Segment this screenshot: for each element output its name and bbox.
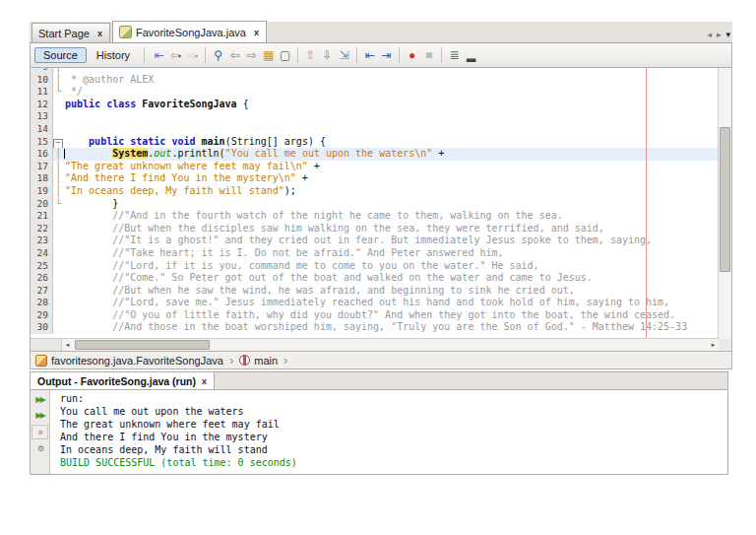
close-icon[interactable]: x [97,29,102,38]
line-number[interactable]: 12 [31,99,53,111]
code-line-text[interactable]: public static void main(String[] args) { [63,136,719,149]
stop-run-icon[interactable]: ■ [32,425,48,439]
line-number[interactable]: 29 [31,309,53,322]
code-line-text[interactable]: //But when the disciples saw him walking… [63,223,719,235]
breadcrumb-item[interactable]: favoritesong.java.FavoriteSongJava [35,355,223,367]
line-number[interactable]: 10 [31,74,53,87]
scroll-right-icon[interactable]: ▸ [708,339,719,351]
forward-icon[interactable]: ⇨▾ [184,46,201,64]
shift-line-right-icon[interactable]: ⇥ [378,46,395,64]
code-line[interactable]: 29 //"O you of little faith, why did you… [31,309,719,322]
breadcrumb-item[interactable]: main [239,355,278,367]
code-line-text[interactable] [63,110,719,123]
code-line[interactable]: 23 //"It is a ghost!" and they cried out… [31,234,719,247]
line-number[interactable]: 18 [31,172,53,185]
code-line-text[interactable]: //"Take heart; it is I. Do not be afraid… [63,247,719,260]
code-line[interactable]: 19│"In oceans deep, My faith will stand"… [31,185,719,198]
code-line-text[interactable]: //"O you of little faith, why did you do… [63,309,719,322]
source-view-button[interactable]: Source [34,47,87,63]
editor-tab[interactable]: FavoriteSongJava.javax [112,21,267,42]
rerun-with-args-icon[interactable]: ▶▶ [32,409,47,422]
code-line-text[interactable]: System.out.println("You call me out upon… [63,148,719,161]
next-bookmark-icon[interactable]: ⇩ [319,46,336,64]
code-line-text[interactable]: "And there I find You in the mystery\n" … [63,172,719,185]
code-line[interactable]: 22 //But when the disciples saw him walk… [31,223,719,235]
code-line[interactable]: 28 //"Lord, save me." Jesus immediately … [31,297,719,309]
jump-last-edit-icon[interactable]: ⇤ [151,46,167,64]
code-line[interactable]: 16│ System.out.println("You call me out … [31,148,719,161]
rectangular-selection-icon[interactable]: ▢ [277,46,293,64]
line-number[interactable]: 15 [31,136,53,149]
line-number[interactable]: 27 [31,285,53,298]
line-number[interactable]: 26 [31,272,53,285]
code-line-text[interactable]: //"Lord, if it is you, command me to com… [63,260,719,273]
code-line-text[interactable]: //But when he saw the wind, he was afrai… [63,285,719,298]
output-tab[interactable]: Output - FavoriteSong.java (run) x [31,372,215,389]
code-line-text[interactable]: //"It is a ghost!" and they cried out in… [63,234,719,247]
code-line[interactable]: 27 //But when he saw the wind, he was af… [31,285,719,298]
code-line[interactable]: 20└ } [31,198,719,211]
horizontal-scrollbar[interactable]: ◂ ▸ [31,338,719,351]
find-previous-occurrence-icon[interactable]: ⇦ [226,46,243,64]
tab-list-menu-icon[interactable]: ▾ [725,30,730,39]
line-number[interactable]: 28 [31,297,53,309]
code-line[interactable]: 25 //"Lord, if it is you, command me to … [31,260,719,273]
line-number[interactable]: 16 [31,148,53,161]
line-number[interactable]: 25 [31,260,53,273]
code-line[interactable]: 21 //"And in the fourth watch of the nig… [31,210,719,223]
stop-macro-recording-icon[interactable]: ■ [420,46,437,64]
code-line-text[interactable]: //"And in the fourth watch of the night … [63,210,719,223]
line-number[interactable]: 22 [31,223,53,235]
scroll-left-icon[interactable]: ◂ [62,339,73,351]
code-line-text[interactable]: //And those in the boat worshiped him, s… [63,321,719,334]
code-line-text[interactable] [63,123,719,136]
code-line[interactable]: 15− public static void main(String[] arg… [31,136,719,149]
vertical-scrollbar-thumb[interactable] [720,127,730,272]
back-icon[interactable]: ⇦▾ [167,46,184,64]
uncomment-lines-icon[interactable]: ▂ [463,46,479,64]
line-number[interactable]: 11 [31,86,53,99]
code-line-text[interactable]: //"Come." So Peter got out of the boat a… [63,272,719,285]
line-number[interactable]: 13 [31,110,53,123]
code-line-text[interactable]: "The great unknown where feet may fail\n… [63,161,719,173]
code-line-text[interactable]: * @author ALEX [63,74,719,87]
code-line[interactable]: 18│"And there I find You in the mystery\… [31,172,719,185]
close-icon[interactable]: x [202,376,207,386]
line-number[interactable]: 21 [31,210,53,223]
code-line-text[interactable]: "In oceans deep, My faith will stand"); [63,185,719,198]
code-line[interactable]: 14 [31,123,719,136]
find-next-occurrence-icon[interactable]: ⇨ [243,46,260,64]
code-line-text[interactable]: } [63,198,719,211]
horizontal-scrollbar-track[interactable] [73,339,708,351]
code-line[interactable]: 17│"The great unknown where feet may fai… [31,161,719,173]
history-view-button[interactable]: History [89,47,138,63]
find-selection-icon[interactable]: ⚲ [210,46,226,64]
code-editor[interactable]: 9│ *10│ * @author ALEX11└ */12public cla… [30,68,732,352]
line-number[interactable]: 24 [31,247,53,260]
line-number[interactable]: 14 [31,123,53,136]
editor-tab[interactable]: Start Pagex [32,23,110,42]
toggle-bookmark-icon[interactable]: ⇲ [336,46,352,64]
line-number[interactable]: 23 [31,234,53,247]
previous-bookmark-icon[interactable]: ⇧ [302,46,319,64]
shift-line-left-icon[interactable]: ⇤ [361,46,378,64]
code-line[interactable]: 24 //"Take heart; it is I. Do not be afr… [31,247,719,260]
code-line[interactable]: 10│ * @author ALEX [31,74,719,87]
comment-lines-icon[interactable]: ≣ [446,46,463,64]
horizontal-scrollbar-thumb[interactable] [75,340,210,350]
scroll-tabs-left-icon[interactable]: ◂ [707,30,712,39]
code-line[interactable]: 26 //"Come." So Peter got out of the boa… [31,272,719,285]
toggle-highlight-search-icon[interactable]: ▦ [260,46,277,64]
line-number[interactable]: 30 [31,321,53,334]
vertical-scrollbar[interactable] [718,68,731,339]
code-line[interactable]: 12public class FavoriteSongJava { [31,99,719,111]
line-number[interactable]: 17 [31,161,53,173]
code-line[interactable]: 11└ */ [31,86,719,99]
start-macro-recording-icon[interactable]: ● [404,46,420,64]
code-line-text[interactable]: public class FavoriteSongJava { [63,99,719,111]
close-icon[interactable]: x [254,28,259,37]
line-number[interactable]: 20 [31,198,53,211]
line-number[interactable]: 19 [31,185,53,198]
code-line[interactable]: 13 [31,110,719,123]
code-line-text[interactable]: */ [63,86,719,99]
